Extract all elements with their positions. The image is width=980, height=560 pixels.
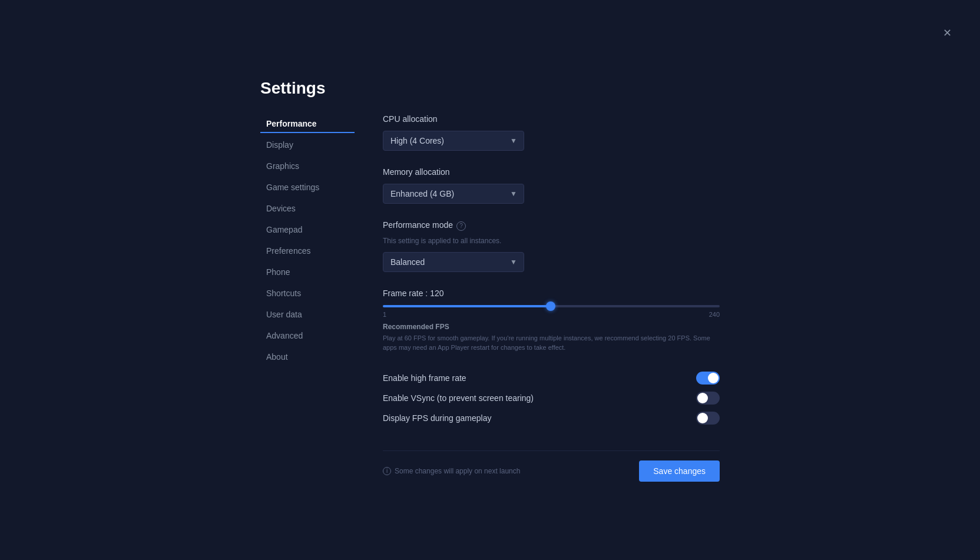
performance-mode-sublabel: This setting is applied to all instances…: [383, 237, 720, 245]
settings-body: PerformanceDisplayGraphicsGame settingsD…: [260, 114, 720, 482]
fps-info: Recommended FPS Play at 60 FPS for smoot…: [383, 323, 720, 353]
toggle-row-vsync: Enable VSync (to prevent screen tearing): [383, 392, 720, 405]
sidebar-item-devices[interactable]: Devices: [260, 199, 355, 218]
frame-rate-slider[interactable]: [383, 305, 720, 307]
memory-dropdown-wrapper: Enhanced (4 GB)Standard (2 GB)Low (1 GB)…: [383, 184, 524, 204]
toggle-section: Enable high frame rateEnable VSync (to p…: [383, 372, 720, 425]
memory-dropdown[interactable]: Enhanced (4 GB)Standard (2 GB)Low (1 GB): [383, 184, 524, 204]
frame-rate-label: Frame rate : 120: [383, 289, 720, 298]
slider-max-label: 240: [709, 311, 720, 318]
performance-mode-dropdown[interactable]: BalancedHigh PerformancePower Saving: [383, 252, 524, 272]
fps-info-text: Play at 60 FPS for smooth gameplay. If y…: [383, 333, 720, 353]
toggle-display-fps[interactable]: [696, 412, 720, 425]
footer-note-text: Some changes will apply on next launch: [395, 467, 520, 475]
performance-mode-help-icon[interactable]: ?: [456, 221, 466, 231]
sidebar-item-shortcuts[interactable]: Shortcuts: [260, 284, 355, 303]
memory-section: Memory allocation Enhanced (4 GB)Standar…: [383, 167, 720, 204]
settings-container: Settings PerformanceDisplayGraphicsGame …: [260, 79, 720, 482]
sidebar-item-phone[interactable]: Phone: [260, 263, 355, 281]
toggle-high-frame-rate[interactable]: [696, 372, 720, 385]
performance-mode-label: Performance mode: [383, 220, 453, 230]
sidebar-item-performance[interactable]: Performance: [260, 114, 355, 133]
footer-info-icon: i: [383, 467, 391, 475]
save-button[interactable]: Save changes: [639, 460, 720, 482]
sidebar: PerformanceDisplayGraphicsGame settingsD…: [260, 114, 355, 482]
sidebar-item-game-settings[interactable]: Game settings: [260, 178, 355, 197]
fps-info-title: Recommended FPS: [383, 323, 720, 331]
toggle-row-high-frame-rate: Enable high frame rate: [383, 372, 720, 385]
performance-mode-section: Performance mode ? This setting is appli…: [383, 220, 720, 272]
settings-title: Settings: [260, 79, 720, 98]
sidebar-item-advanced[interactable]: Advanced: [260, 326, 355, 345]
footer-note: i Some changes will apply on next launch: [383, 467, 520, 475]
toggle-row-display-fps: Display FPS during gameplay: [383, 412, 720, 425]
cpu-label: CPU allocation: [383, 114, 720, 124]
settings-content: CPU allocation High (4 Cores)Medium (2 C…: [383, 114, 720, 482]
cpu-dropdown[interactable]: High (4 Cores)Medium (2 Cores)Low (1 Cor…: [383, 131, 524, 151]
toggle-vsync[interactable]: [696, 392, 720, 405]
sidebar-item-display[interactable]: Display: [260, 135, 355, 154]
toggle-knob-display-fps: [697, 413, 708, 423]
frame-rate-section: Frame rate : 120 1 240 Recommended FPS P…: [383, 289, 720, 353]
cpu-dropdown-wrapper: High (4 Cores)Medium (2 Cores)Low (1 Cor…: [383, 131, 524, 151]
slider-labels: 1 240: [383, 311, 720, 318]
toggle-label-display-fps: Display FPS during gameplay: [383, 413, 491, 423]
sidebar-item-preferences[interactable]: Preferences: [260, 241, 355, 260]
slider-min-label: 1: [383, 311, 386, 318]
sidebar-item-about[interactable]: About: [260, 347, 355, 366]
toggle-label-vsync: Enable VSync (to prevent screen tearing): [383, 393, 534, 403]
sidebar-item-user-data[interactable]: User data: [260, 305, 355, 324]
frame-rate-slider-row: 1 240: [383, 305, 720, 318]
performance-mode-dropdown-wrapper: BalancedHigh PerformancePower Saving ▼: [383, 252, 524, 272]
sidebar-item-gamepad[interactable]: Gamepad: [260, 220, 355, 239]
footer: i Some changes will apply on next launch…: [383, 450, 720, 482]
performance-mode-label-row: Performance mode ?: [383, 220, 720, 232]
toggle-label-high-frame-rate: Enable high frame rate: [383, 373, 466, 383]
memory-label: Memory allocation: [383, 167, 720, 177]
cpu-section: CPU allocation High (4 Cores)Medium (2 C…: [383, 114, 720, 151]
sidebar-item-graphics[interactable]: Graphics: [260, 157, 355, 175]
close-button[interactable]: ✕: [940, 26, 954, 40]
toggle-knob-vsync: [697, 393, 708, 403]
toggle-knob-high-frame-rate: [708, 373, 719, 383]
